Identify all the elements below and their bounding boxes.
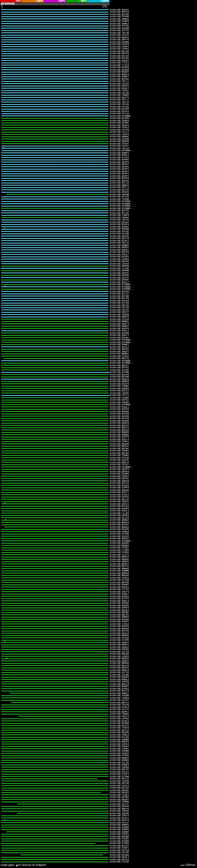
hit-bar[interactable] bbox=[1, 778, 98, 779]
hit-bar[interactable] bbox=[3, 358, 108, 359]
hit-label[interactable]: UniRef100_B1GGP5 bbox=[109, 256, 129, 258]
hit-bar[interactable] bbox=[1, 88, 108, 89]
hit-bar[interactable] bbox=[1, 448, 108, 449]
hit-label[interactable]: UniRef100_Q3UJ10 bbox=[109, 238, 129, 240]
hit-bar[interactable] bbox=[1, 718, 108, 719]
hit-bar[interactable] bbox=[1, 746, 108, 747]
hit-bar[interactable] bbox=[1, 785, 108, 786]
hit-bar[interactable] bbox=[10, 693, 108, 694]
hit-label[interactable]: UniRef100_C1BKP9 bbox=[109, 214, 129, 216]
hit-bar[interactable] bbox=[1, 626, 108, 627]
hit-bar[interactable] bbox=[1, 125, 108, 126]
hit-label[interactable]: UniRef100_Q4Q1L3 bbox=[109, 334, 129, 337]
hit-bar[interactable] bbox=[1, 453, 108, 454]
hit-bar[interactable] bbox=[1, 109, 108, 110]
hit-label[interactable]: UniRef100_Q4TJ16 bbox=[109, 182, 129, 184]
hit-label[interactable]: UniRef100_C5M4K7 bbox=[109, 450, 129, 452]
hit-bar[interactable] bbox=[1, 480, 108, 481]
hit-label[interactable]: UniRef100_A3GHE4 bbox=[109, 745, 129, 748]
hit-bar[interactable] bbox=[1, 617, 108, 618]
hit-bar[interactable] bbox=[1, 741, 108, 742]
hit-label[interactable]: UniRef100_Q9FEZ7 bbox=[109, 311, 129, 313]
hit-bar[interactable] bbox=[1, 19, 108, 20]
hit-bar[interactable] bbox=[1, 455, 108, 456]
hit-bar[interactable] bbox=[1, 217, 108, 218]
hit-bar[interactable] bbox=[1, 534, 108, 534]
hit-label[interactable]: UniRef100_C0H4Z2 bbox=[109, 501, 129, 503]
hit-bar[interactable] bbox=[1, 104, 108, 105]
hit-bar[interactable] bbox=[1, 74, 108, 75]
hit-bar[interactable] bbox=[1, 582, 108, 583]
hit-bar[interactable] bbox=[1, 201, 108, 202]
hit-bar[interactable] bbox=[1, 570, 108, 571]
hit-bar[interactable] bbox=[1, 834, 108, 835]
hit-label[interactable]: UniRef100_Q9Y7H4 bbox=[109, 210, 129, 212]
hit-bar[interactable] bbox=[1, 189, 108, 190]
hit-label[interactable]: UniRef100_Q6BIP6 bbox=[109, 741, 129, 743]
hit-label[interactable]: UniRef100_Q4WBM0 bbox=[109, 570, 129, 572]
hit-bar[interactable] bbox=[1, 714, 108, 715]
hit-bar[interactable] bbox=[1, 473, 108, 474]
hit-bar[interactable] bbox=[1, 469, 108, 470]
hit-label[interactable]: UniRef100_C4QYS4 bbox=[109, 833, 129, 835]
hit-bar[interactable] bbox=[1, 799, 108, 800]
hit-bar[interactable] bbox=[1, 99, 108, 100]
hit-label[interactable]: UniRef100_Q5K8Z3 bbox=[109, 537, 129, 540]
hit-bar[interactable] bbox=[1, 681, 108, 682]
hit-bar[interactable] bbox=[1, 286, 108, 287]
hit-label[interactable]: UniRef100_B6DDR9 bbox=[109, 431, 129, 434]
hit-bar[interactable] bbox=[1, 651, 108, 652]
hit-bar[interactable] bbox=[1, 566, 108, 567]
hit-bar[interactable] bbox=[1, 328, 108, 329]
hit-bar[interactable] bbox=[1, 173, 108, 174]
hit-bar[interactable] bbox=[1, 802, 108, 802]
hit-bar[interactable] bbox=[1, 658, 108, 659]
hit-bar[interactable] bbox=[1, 584, 108, 585]
hit-bar[interactable] bbox=[1, 138, 108, 140]
hit-bar[interactable] bbox=[1, 642, 108, 643]
hit-bar[interactable] bbox=[1, 208, 108, 209]
hit-bar[interactable] bbox=[1, 434, 108, 435]
hit-label[interactable]: UniRef100_B4IZC2 bbox=[109, 390, 129, 392]
hit-bar[interactable] bbox=[1, 563, 108, 564]
hit-label[interactable]: UniRef100_Q5CQV7 bbox=[109, 524, 129, 526]
hit-bar[interactable] bbox=[1, 561, 108, 562]
hit-bar[interactable] bbox=[1, 146, 108, 147]
hit-bar[interactable] bbox=[1, 774, 108, 775]
hit-bar[interactable] bbox=[1, 827, 108, 828]
hit-bar[interactable] bbox=[1, 183, 108, 184]
hit-bar[interactable] bbox=[1, 771, 108, 772]
hit-bar[interactable] bbox=[1, 633, 108, 634]
hit-bar[interactable] bbox=[1, 374, 108, 375]
hit-bar[interactable] bbox=[1, 568, 108, 569]
hit-label[interactable]: UniRef100_UPI0000... bbox=[109, 362, 134, 364]
hit-label[interactable]: UniRef100_B4F5R4 bbox=[109, 57, 129, 59]
hit-bar[interactable] bbox=[1, 49, 108, 50]
hit-bar[interactable] bbox=[1, 416, 108, 416]
hit-label[interactable]: UniRef100_A6YM77 bbox=[109, 163, 129, 166]
hit-label[interactable]: UniRef100_C4PPH1 bbox=[109, 48, 129, 50]
hit-bar[interactable] bbox=[1, 598, 108, 599]
hit-bar[interactable] bbox=[1, 240, 108, 241]
hit-label[interactable]: UniRef100_C4Y2V7 bbox=[109, 464, 129, 466]
hit-label[interactable]: UniRef100_A6YM83 bbox=[109, 159, 129, 161]
hit-bar[interactable] bbox=[1, 372, 108, 373]
hit-bar[interactable] bbox=[1, 314, 108, 315]
hit-label[interactable]: UniRef100_B8MXR4 bbox=[109, 662, 129, 664]
hit-bar[interactable] bbox=[1, 513, 108, 514]
hit-bar[interactable] bbox=[1, 346, 108, 347]
hit-bar[interactable] bbox=[1, 226, 108, 227]
hit-label[interactable]: UniRef100_A8NQ42 bbox=[109, 519, 129, 521]
hit-bar[interactable] bbox=[1, 695, 108, 696]
hit-bar[interactable] bbox=[1, 152, 108, 153]
hit-bar[interactable] bbox=[1, 400, 108, 401]
hit-bar[interactable] bbox=[1, 734, 108, 735]
hit-label[interactable]: UniRef100_B0CT45 bbox=[109, 565, 129, 567]
hit-bar[interactable] bbox=[1, 198, 108, 199]
hit-bar[interactable] bbox=[1, 510, 108, 512]
hit-bar[interactable] bbox=[1, 490, 108, 491]
hit-bar[interactable] bbox=[1, 76, 108, 77]
hit-label[interactable]: UniRef100_Q99YW1 bbox=[109, 279, 129, 281]
hit-bar[interactable] bbox=[1, 596, 108, 597]
hit-bar[interactable] bbox=[1, 196, 108, 197]
